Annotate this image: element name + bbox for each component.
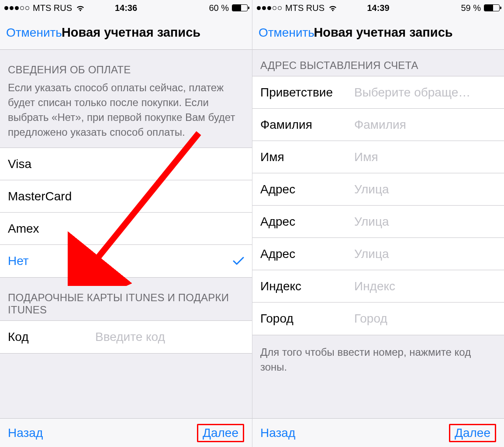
status-bar: MTS RUS 14:39 59 % [252, 0, 504, 16]
content-area: АДРЕС ВЫСТАВЛЕНИЯ СЧЕТА Приветствие Выбе… [252, 50, 504, 418]
next-button[interactable]: Далее [197, 424, 244, 442]
gift-code-input[interactable]: Введите код [95, 330, 244, 344]
back-button[interactable]: Назад [8, 426, 43, 440]
status-right: 60 % [209, 3, 248, 13]
status-right: 59 % [461, 3, 500, 13]
clock-label: 14:39 [367, 3, 389, 13]
battery-icon [484, 4, 500, 11]
field-label: Адрес [260, 215, 354, 229]
field-label: Имя [260, 150, 354, 164]
clock-label: 14:36 [115, 3, 137, 13]
payment-option-amex[interactable]: Amex [0, 213, 252, 245]
firstname-row[interactable]: Имя Имя [252, 141, 504, 173]
address1-input[interactable]: Улица [354, 182, 496, 196]
battery-text: 59 % [461, 3, 481, 13]
toolbar: Назад Далее [0, 418, 252, 447]
billing-section-header: АДРЕС ВЫСТАВЛЕНИЯ СЧЕТА [252, 50, 504, 76]
payment-option-label: Amex [8, 222, 39, 236]
postcode-row[interactable]: Индекс Индекс [252, 270, 504, 303]
field-label: Адрес [260, 182, 354, 196]
wifi-icon [76, 4, 85, 11]
carrier-label: MTS RUS [33, 3, 72, 13]
back-button[interactable]: Назад [260, 426, 295, 440]
address1-row[interactable]: Адрес Улица [252, 173, 504, 206]
lastname-row[interactable]: Фамилия Фамилия [252, 109, 504, 141]
cancel-button[interactable]: Отменить [6, 26, 62, 40]
field-label: Индекс [260, 279, 354, 293]
page-title: Новая учетная запись [62, 25, 200, 40]
payment-option-label: Visa [8, 157, 31, 171]
gift-code-row[interactable]: Код Введите код [0, 321, 252, 353]
gift-code-group: Код Введите код [0, 320, 252, 354]
field-label: Приветствие [260, 86, 354, 100]
payment-option-label: Нет [8, 254, 29, 268]
phone-left: MTS RUS 14:36 60 % Отменить Новая учетна… [0, 0, 252, 447]
payment-options-group: Visa MasterCard Amex Нет [0, 148, 252, 278]
status-bar: MTS RUS 14:36 60 % [0, 0, 252, 16]
page-title: Новая учетная запись [314, 25, 452, 40]
address3-row[interactable]: Адрес Улица [252, 238, 504, 270]
nav-bar: Отменить Новая учетная запись [252, 16, 504, 50]
cancel-button[interactable]: Отменить [259, 26, 314, 40]
field-label: Адрес [260, 247, 354, 261]
address2-input[interactable]: Улица [354, 215, 496, 229]
payment-option-visa[interactable]: Visa [0, 148, 252, 180]
field-label: Город [260, 312, 354, 326]
battery-icon [232, 4, 248, 11]
billing-section-footer: Для того чтобы ввести номер, нажмите код… [252, 335, 504, 375]
field-label: Фамилия [260, 118, 354, 132]
lastname-input[interactable]: Фамилия [354, 118, 496, 132]
signal-icon [257, 6, 282, 10]
salutation-row[interactable]: Приветствие Выберите обраще… [252, 76, 504, 109]
content-area: СВЕДЕНИЯ ОБ ОПЛАТЕ Если указать способ о… [0, 50, 252, 418]
salutation-select[interactable]: Выберите обраще… [354, 86, 496, 100]
carrier-label: MTS RUS [285, 3, 324, 13]
battery-text: 60 % [209, 3, 229, 13]
toolbar: Назад Далее [252, 418, 504, 447]
nav-bar: Отменить Новая учетная запись [0, 16, 252, 50]
postcode-input[interactable]: Индекс [354, 279, 496, 293]
address2-row[interactable]: Адрес Улица [252, 206, 504, 238]
address3-input[interactable]: Улица [354, 247, 496, 261]
billing-fields-group: Приветствие Выберите обраще… Фамилия Фам… [252, 76, 504, 335]
checkmark-icon [233, 256, 244, 266]
city-input[interactable]: Город [354, 312, 496, 326]
payment-section-desc: Если указать способ оплаты сейчас, плате… [0, 80, 252, 148]
gift-section-header: ПОДАРОЧНЫЕ КАРТЫ ITUNES И ПОДАРКИ ITUNES [0, 278, 252, 320]
payment-section-header: СВЕДЕНИЯ ОБ ОПЛАТЕ [0, 50, 252, 80]
firstname-input[interactable]: Имя [354, 150, 496, 164]
payment-option-label: MasterCard [8, 189, 72, 203]
wifi-icon [328, 4, 338, 11]
city-row[interactable]: Город Город [252, 303, 504, 335]
next-button[interactable]: Далее [449, 424, 496, 442]
signal-icon [4, 6, 29, 10]
payment-option-none[interactable]: Нет [0, 245, 252, 277]
gift-code-label: Код [8, 330, 95, 344]
phone-right: MTS RUS 14:39 59 % Отменить Новая учетна… [252, 0, 504, 447]
payment-option-mastercard[interactable]: MasterCard [0, 180, 252, 213]
